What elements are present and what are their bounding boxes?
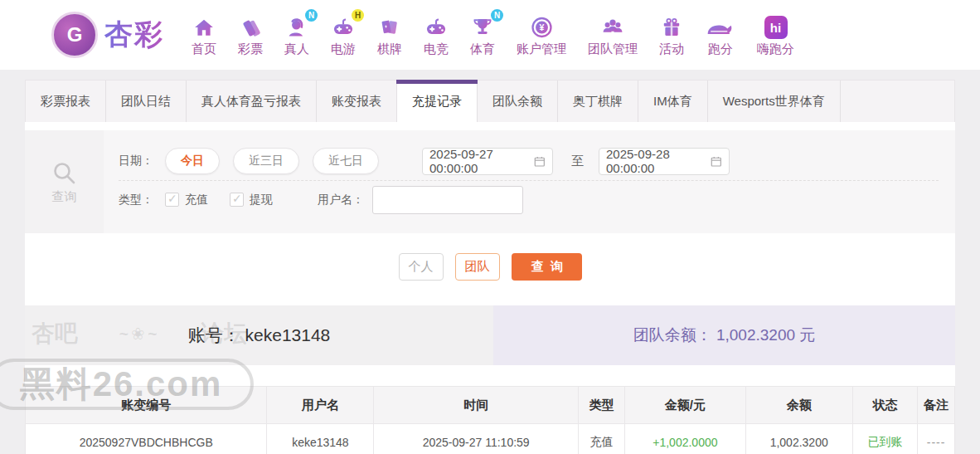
tab-im-sports[interactable]: IM体育 [638, 81, 708, 122]
team-people-icon [600, 12, 625, 39]
team-balance-label: 团队余额： [633, 325, 712, 346]
header-balance: 余额 [745, 387, 852, 424]
deposit-checkbox[interactable] [165, 193, 179, 207]
search-icon [51, 159, 79, 188]
card-body: 查询 日期： 今日 近三日 近七日 2025-09-27 00:00:00 [25, 122, 955, 454]
account-value: keke13148 [245, 325, 331, 345]
deposit-checkbox-wrap[interactable]: 充值 [165, 193, 208, 207]
header-type: 类型 [578, 387, 624, 424]
filter-side-label: 查询 [52, 189, 77, 205]
nav-label: 真人 [284, 41, 309, 57]
header-status: 状态 [852, 387, 917, 424]
brand-name: 杏彩 [104, 16, 164, 54]
filter-row-type: 类型： 充值 提现 用户名： [119, 180, 939, 218]
badge-h: H [352, 9, 364, 22]
tab-live-sports-pl[interactable]: 真人体育盈亏报表 [187, 81, 317, 122]
personal-button[interactable]: 个人 [399, 253, 444, 281]
withdraw-checkbox-wrap[interactable]: 提现 [230, 193, 273, 207]
badge-n: N [305, 9, 318, 22]
date-range-to-label: 至 [571, 154, 584, 169]
coin-icon: ¥ [530, 12, 554, 39]
brand-logo[interactable]: G 杏彩 [51, 12, 164, 58]
query-button[interactable]: 查询 [512, 253, 582, 281]
tab-team-balance[interactable]: 团队余额 [478, 81, 558, 122]
username-label: 用户名： [318, 193, 364, 207]
filter-row-date: 日期： 今日 近三日 近七日 2025-09-27 00:00:00 至 [119, 142, 939, 180]
filter-main: 日期： 今日 近三日 近七日 2025-09-27 00:00:00 至 [104, 130, 955, 233]
trophy-icon: N [470, 12, 495, 39]
nav-item-activities[interactable]: 活动 [659, 12, 684, 57]
tabbar-filler [841, 81, 954, 122]
cell-txn-id: 20250927VBDCHBHCGB [26, 424, 267, 454]
nav-items: 首页 彩票 N 真人 [181, 12, 805, 57]
nav-item-hi-paofen[interactable]: hi 嗨跑分 [757, 12, 794, 57]
nav-item-team-mgmt[interactable]: 团队管理 [588, 12, 638, 57]
preset-3days-button[interactable]: 近三日 [233, 148, 299, 174]
cell-balance: 1,002.3200 [745, 424, 852, 454]
account-panel: 账号： keke13148 [25, 305, 493, 365]
nav-label: 嗨跑分 [757, 41, 794, 57]
tab-lottery-report[interactable]: 彩票报表 [26, 81, 106, 122]
header-txn-id: 账变编号 [26, 387, 267, 424]
tab-team-daily[interactable]: 团队日结 [106, 81, 187, 122]
withdraw-checkbox-label: 提现 [250, 193, 273, 207]
nav-item-live[interactable]: N 真人 [284, 12, 309, 57]
withdraw-checkbox[interactable] [230, 193, 244, 207]
team-balance-value: 1,002.3200 [716, 326, 795, 344]
home-icon [192, 12, 216, 39]
nav-item-sports[interactable]: N 体育 [470, 12, 495, 57]
actions-row: 个人 团队 查询 [25, 233, 955, 302]
cell-amount: +1,002.0000 [625, 424, 746, 454]
username-input[interactable] [372, 186, 523, 214]
nav-label: 账户管理 [517, 41, 566, 57]
brand-logo-icon: G [51, 12, 98, 58]
header-remark: 备注 [918, 387, 955, 424]
svg-text:¥: ¥ [539, 22, 544, 32]
ticket-icon [239, 12, 262, 39]
account-label: 账号： [188, 324, 240, 347]
nav-item-paofen[interactable]: 跑分 [706, 12, 735, 57]
nav-label: 体育 [470, 41, 495, 57]
cell-username: keke13148 [267, 424, 374, 454]
nav-label: 团队管理 [588, 41, 638, 57]
badge-n: N [491, 9, 503, 22]
preset-today-button[interactable]: 今日 [165, 148, 220, 174]
header-time: 时间 [374, 387, 579, 424]
team-button[interactable]: 团队 [455, 253, 500, 281]
nav-label: 首页 [192, 41, 216, 57]
records-table: 账变编号 用户名 时间 类型 金额/元 余额 状态 备注 20250927VBD… [25, 386, 955, 454]
cell-remark: ---- [918, 424, 955, 454]
gamepad-icon: H [331, 12, 356, 39]
nav-item-egames[interactable]: H 电游 [331, 12, 356, 57]
nav-item-lottery[interactable]: 彩票 [238, 12, 263, 57]
nav-item-esports[interactable]: 电竞 [424, 12, 449, 57]
nav-item-boardgames[interactable]: 棋牌 [377, 12, 402, 57]
type-label: 类型： [119, 193, 153, 207]
table-row: 20250927VBDCHBHCGB keke13148 2025-09-27 … [26, 424, 955, 454]
esports-gamepad-icon [424, 12, 449, 39]
calendar-icon [711, 155, 722, 168]
hi-app-icon: hi [764, 12, 788, 39]
report-card: 彩票报表 团队日结 真人体育盈亏报表 账变报表 充提记录 团队余额 奥丁棋牌 I… [25, 80, 955, 454]
nav-label: 棋牌 [377, 41, 402, 57]
date-to-value: 2025-09-28 00:00:00 [606, 147, 711, 175]
tab-wesports[interactable]: Wesports世界体育 [708, 81, 841, 122]
live-person-icon: N [284, 12, 309, 39]
nav-label: 彩票 [238, 41, 263, 57]
nav-label: 活动 [659, 41, 684, 57]
preset-7days-button[interactable]: 近七日 [313, 148, 379, 174]
calendar-icon [534, 155, 546, 168]
nav-item-account-mgmt[interactable]: ¥ 账户管理 [517, 12, 566, 57]
date-label: 日期： [119, 154, 153, 168]
nav-item-home[interactable]: 首页 [192, 12, 216, 57]
filter-panel: 查询 日期： 今日 近三日 近七日 2025-09-27 00:00:00 [25, 130, 955, 233]
date-from-input[interactable]: 2025-09-27 00:00:00 [422, 148, 553, 175]
date-to-input[interactable]: 2025-09-28 00:00:00 [599, 148, 730, 175]
rhino-icon [706, 12, 735, 39]
tab-account-change[interactable]: 账变报表 [317, 81, 397, 122]
tab-odin-boardgames[interactable]: 奥丁棋牌 [558, 81, 638, 122]
account-strip: 账号： keke13148 团队余额： 1,002.3200 元 [25, 305, 955, 365]
header-amount: 金额/元 [625, 387, 746, 424]
gift-icon [660, 12, 683, 39]
tab-deposit-withdraw-records[interactable]: 充提记录 [397, 81, 478, 122]
